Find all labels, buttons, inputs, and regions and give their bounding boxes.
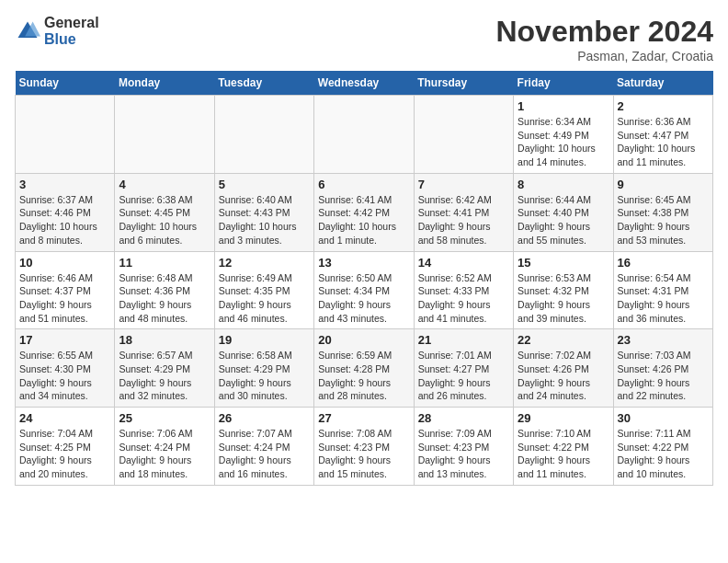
logo-blue-text: Blue bbox=[44, 31, 99, 48]
weekday-header-thursday: Thursday bbox=[414, 71, 513, 96]
day-number: 25 bbox=[119, 411, 210, 425]
calendar-cell: 28Sunrise: 7:09 AM Sunset: 4:23 PM Dayli… bbox=[414, 408, 513, 486]
day-number: 29 bbox=[518, 411, 609, 425]
day-info: Sunrise: 6:34 AM Sunset: 4:49 PM Dayligh… bbox=[518, 115, 609, 169]
day-info: Sunrise: 7:09 AM Sunset: 4:23 PM Dayligh… bbox=[418, 427, 509, 481]
day-info: Sunrise: 6:44 AM Sunset: 4:40 PM Dayligh… bbox=[518, 193, 609, 247]
calendar-cell: 30Sunrise: 7:11 AM Sunset: 4:22 PM Dayli… bbox=[613, 408, 712, 486]
day-info: Sunrise: 7:02 AM Sunset: 4:26 PM Dayligh… bbox=[518, 349, 609, 403]
day-info: Sunrise: 6:59 AM Sunset: 4:28 PM Dayligh… bbox=[318, 349, 409, 403]
day-number: 20 bbox=[318, 333, 409, 347]
calendar-cell: 23Sunrise: 7:03 AM Sunset: 4:26 PM Dayli… bbox=[613, 329, 712, 408]
day-number: 13 bbox=[318, 256, 409, 270]
calendar-cell: 4Sunrise: 6:38 AM Sunset: 4:45 PM Daylig… bbox=[115, 173, 214, 251]
day-info: Sunrise: 7:04 AM Sunset: 4:25 PM Dayligh… bbox=[19, 427, 110, 481]
day-number: 3 bbox=[19, 178, 110, 191]
day-info: Sunrise: 7:08 AM Sunset: 4:23 PM Dayligh… bbox=[318, 427, 409, 481]
calendar-cell bbox=[115, 96, 214, 174]
day-number: 5 bbox=[219, 178, 310, 191]
day-info: Sunrise: 6:40 AM Sunset: 4:43 PM Dayligh… bbox=[219, 193, 310, 247]
calendar-cell: 12Sunrise: 6:49 AM Sunset: 4:35 PM Dayli… bbox=[214, 251, 313, 329]
calendar-cell bbox=[16, 96, 115, 174]
calendar-cell: 29Sunrise: 7:10 AM Sunset: 4:22 PM Dayli… bbox=[514, 408, 613, 486]
day-info: Sunrise: 7:01 AM Sunset: 4:27 PM Dayligh… bbox=[418, 349, 509, 403]
calendar-cell: 14Sunrise: 6:52 AM Sunset: 4:33 PM Dayli… bbox=[414, 251, 513, 329]
calendar-cell: 16Sunrise: 6:54 AM Sunset: 4:31 PM Dayli… bbox=[613, 251, 712, 329]
calendar-cell: 17Sunrise: 6:55 AM Sunset: 4:30 PM Dayli… bbox=[16, 329, 115, 408]
day-number: 6 bbox=[318, 178, 409, 191]
day-info: Sunrise: 6:45 AM Sunset: 4:38 PM Dayligh… bbox=[618, 193, 709, 247]
logo: General Blue bbox=[15, 15, 99, 47]
day-number: 4 bbox=[119, 178, 210, 191]
day-info: Sunrise: 7:07 AM Sunset: 4:24 PM Dayligh… bbox=[219, 427, 310, 481]
calendar-cell: 5Sunrise: 6:40 AM Sunset: 4:43 PM Daylig… bbox=[214, 173, 313, 251]
calendar-week-1: 1Sunrise: 6:34 AM Sunset: 4:49 PM Daylig… bbox=[16, 96, 713, 174]
calendar-cell: 6Sunrise: 6:41 AM Sunset: 4:42 PM Daylig… bbox=[314, 173, 414, 251]
calendar-cell: 8Sunrise: 6:44 AM Sunset: 4:40 PM Daylig… bbox=[514, 173, 613, 251]
day-info: Sunrise: 6:54 AM Sunset: 4:31 PM Dayligh… bbox=[618, 271, 709, 326]
day-info: Sunrise: 6:49 AM Sunset: 4:35 PM Dayligh… bbox=[219, 271, 310, 326]
calendar-cell: 11Sunrise: 6:48 AM Sunset: 4:36 PM Dayli… bbox=[115, 251, 214, 329]
logo-general-text: General bbox=[44, 15, 99, 31]
calendar-header: SundayMondayTuesdayWednesdayThursdayFrid… bbox=[16, 71, 713, 96]
day-info: Sunrise: 7:10 AM Sunset: 4:22 PM Dayligh… bbox=[518, 427, 609, 481]
calendar-cell: 25Sunrise: 7:06 AM Sunset: 4:24 PM Dayli… bbox=[115, 408, 214, 486]
day-number: 23 bbox=[618, 333, 709, 347]
calendar-cell: 22Sunrise: 7:02 AM Sunset: 4:26 PM Dayli… bbox=[514, 329, 613, 408]
weekday-header-saturday: Saturday bbox=[613, 71, 712, 96]
day-info: Sunrise: 7:11 AM Sunset: 4:22 PM Dayligh… bbox=[618, 427, 709, 481]
day-number: 28 bbox=[418, 411, 509, 425]
day-info: Sunrise: 6:58 AM Sunset: 4:29 PM Dayligh… bbox=[219, 349, 310, 403]
calendar-cell: 26Sunrise: 7:07 AM Sunset: 4:24 PM Dayli… bbox=[214, 408, 313, 486]
calendar-title: November 2024 bbox=[495, 15, 713, 49]
day-info: Sunrise: 6:36 AM Sunset: 4:47 PM Dayligh… bbox=[618, 115, 709, 169]
day-number: 30 bbox=[618, 411, 709, 425]
calendar-week-5: 24Sunrise: 7:04 AM Sunset: 4:25 PM Dayli… bbox=[16, 408, 713, 486]
calendar-cell: 9Sunrise: 6:45 AM Sunset: 4:38 PM Daylig… bbox=[613, 173, 712, 251]
calendar-cell: 19Sunrise: 6:58 AM Sunset: 4:29 PM Dayli… bbox=[214, 329, 313, 408]
day-number: 22 bbox=[518, 333, 609, 347]
day-number: 14 bbox=[418, 256, 509, 270]
calendar-cell: 21Sunrise: 7:01 AM Sunset: 4:27 PM Dayli… bbox=[414, 329, 513, 408]
day-number: 18 bbox=[119, 333, 210, 347]
calendar-cell: 27Sunrise: 7:08 AM Sunset: 4:23 PM Dayli… bbox=[314, 408, 414, 486]
weekday-header-tuesday: Tuesday bbox=[214, 71, 313, 96]
day-number: 2 bbox=[618, 99, 709, 113]
day-number: 12 bbox=[219, 256, 310, 270]
day-info: Sunrise: 6:42 AM Sunset: 4:41 PM Dayligh… bbox=[418, 193, 509, 247]
day-number: 27 bbox=[318, 411, 409, 425]
calendar-cell: 18Sunrise: 6:57 AM Sunset: 4:29 PM Dayli… bbox=[115, 329, 214, 408]
calendar-week-2: 3Sunrise: 6:37 AM Sunset: 4:46 PM Daylig… bbox=[16, 173, 713, 251]
day-number: 19 bbox=[219, 333, 310, 347]
day-number: 1 bbox=[518, 99, 609, 113]
day-number: 8 bbox=[518, 178, 609, 191]
calendar-cell: 15Sunrise: 6:53 AM Sunset: 4:32 PM Dayli… bbox=[514, 251, 613, 329]
calendar-cell: 10Sunrise: 6:46 AM Sunset: 4:37 PM Dayli… bbox=[16, 251, 115, 329]
day-number: 16 bbox=[618, 256, 709, 270]
calendar-subtitle: Pasman, Zadar, Croatia bbox=[495, 49, 713, 63]
calendar-cell: 2Sunrise: 6:36 AM Sunset: 4:47 PM Daylig… bbox=[613, 96, 712, 174]
weekday-header-sunday: Sunday bbox=[16, 71, 115, 96]
calendar-body: 1Sunrise: 6:34 AM Sunset: 4:49 PM Daylig… bbox=[16, 96, 713, 486]
day-info: Sunrise: 6:48 AM Sunset: 4:36 PM Dayligh… bbox=[119, 271, 210, 326]
calendar-cell bbox=[314, 96, 414, 174]
day-number: 21 bbox=[418, 333, 509, 347]
day-info: Sunrise: 6:46 AM Sunset: 4:37 PM Dayligh… bbox=[19, 271, 110, 326]
calendar-cell: 7Sunrise: 6:42 AM Sunset: 4:41 PM Daylig… bbox=[414, 173, 513, 251]
header: General Blue November 2024 Pasman, Zadar… bbox=[15, 15, 713, 63]
day-number: 7 bbox=[418, 178, 509, 191]
day-number: 15 bbox=[518, 256, 609, 270]
calendar-cell: 13Sunrise: 6:50 AM Sunset: 4:34 PM Dayli… bbox=[314, 251, 414, 329]
day-number: 17 bbox=[19, 333, 110, 347]
day-info: Sunrise: 6:57 AM Sunset: 4:29 PM Dayligh… bbox=[119, 349, 210, 403]
weekday-header-wednesday: Wednesday bbox=[314, 71, 414, 96]
day-info: Sunrise: 6:41 AM Sunset: 4:42 PM Dayligh… bbox=[318, 193, 409, 247]
calendar-cell: 1Sunrise: 6:34 AM Sunset: 4:49 PM Daylig… bbox=[514, 96, 613, 174]
day-info: Sunrise: 6:52 AM Sunset: 4:33 PM Dayligh… bbox=[418, 271, 509, 326]
logo-text: General Blue bbox=[44, 15, 99, 47]
calendar-cell: 20Sunrise: 6:59 AM Sunset: 4:28 PM Dayli… bbox=[314, 329, 414, 408]
day-number: 10 bbox=[19, 256, 110, 270]
day-info: Sunrise: 6:37 AM Sunset: 4:46 PM Dayligh… bbox=[19, 193, 110, 247]
weekday-header-row: SundayMondayTuesdayWednesdayThursdayFrid… bbox=[16, 71, 713, 96]
calendar-cell bbox=[214, 96, 313, 174]
